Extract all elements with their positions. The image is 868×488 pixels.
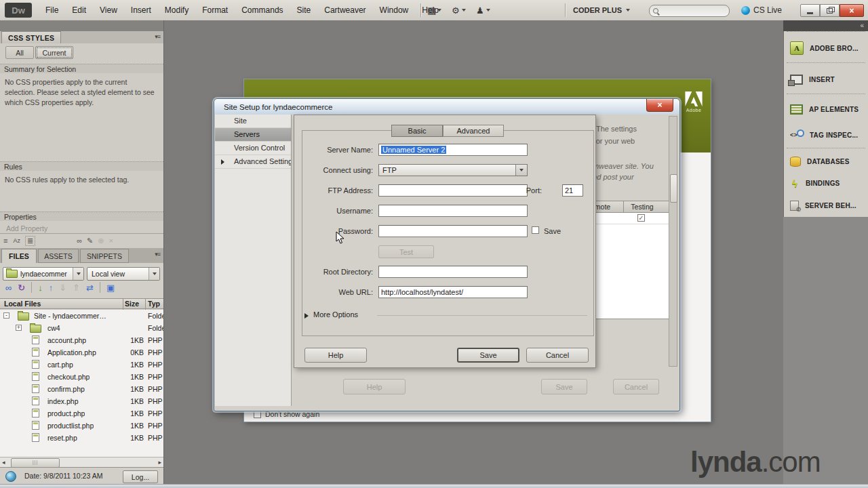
put-files-icon[interactable]: ↑ [49,283,54,293]
menu-file[interactable]: File [39,0,65,20]
file-row[interactable]: confirm.php1KBPHP [0,383,163,395]
help-button[interactable]: Help [304,348,367,363]
web-url-input[interactable]: http://localhost/lyndatest/ [378,286,528,298]
collapse-dock-icon[interactable]: « [860,22,864,29]
menu-edit[interactable]: Edit [65,0,93,20]
horizontal-scrollbar[interactable]: ◂ ||| ▸ [0,457,163,468]
connect-using-select[interactable]: FTP [378,164,528,176]
layout-switcher-icon[interactable]: ▦ [427,0,441,20]
dialog-scrollbar[interactable] [669,116,677,367]
file-row[interactable]: product.php1KBPHP [0,407,163,420]
more-options-toggle[interactable]: More Options [313,310,358,319]
ftp-address-input[interactable] [378,184,528,197]
file-row[interactable]: account.php1KBPHP [0,334,163,346]
server-name-input[interactable]: Unnamed Server 2 [378,144,528,156]
search-input[interactable] [649,5,730,17]
file-row-folder[interactable]: + cw4 Folde [0,322,163,334]
category-servers[interactable]: Servers [215,128,291,142]
panel-menu-icon[interactable]: ▾≡ [155,33,160,40]
panel-button-databases[interactable]: DATABASES [784,150,868,172]
testing-checkbox[interactable]: ✓ [637,214,645,222]
panel-button-insert[interactable]: INSERT [784,65,868,94]
file-row[interactable]: Application.php0KBPHP [0,346,163,359]
css-styles-panel-tab[interactable]: CSS STYLES [1,31,61,43]
menu-format[interactable]: Format [195,0,235,20]
column-type[interactable]: Typ [148,300,160,308]
menu-view[interactable]: View [93,0,124,20]
file-row-site-root[interactable]: - Site - lyndaecommerc... Folde [0,310,163,322]
chevron-down-icon[interactable] [515,165,527,176]
summary-text: No CSS properties apply to the current s… [5,77,158,108]
category-advanced-settings[interactable]: Advanced Settings [215,155,291,169]
panel-button-server-behaviors[interactable]: SERVER BEH... [784,194,868,217]
panel-button-browserlab[interactable]: A ADOBE BRO... [784,34,868,62]
add-property-link[interactable]: Add Property [6,224,47,234]
category-site[interactable]: Site [215,115,291,128]
site-select[interactable]: lyndaecommer [3,267,84,281]
sync-icon[interactable]: ⇄ [86,283,94,293]
dialog-titlebar[interactable]: Site Setup for lyndaecommerce [214,99,679,115]
password-input[interactable] [378,225,528,237]
tab-advanced[interactable]: Advanced [443,125,504,137]
file-row[interactable]: cart.php1KBPHP [0,359,163,371]
file-row[interactable]: index.php1KBPHP [0,395,163,407]
chevron-down-icon[interactable] [149,268,159,280]
server-row[interactable]: ✓ [588,213,671,224]
scroll-left-icon[interactable]: ◂ [2,459,5,466]
menu-cartweaver[interactable]: Cartweaver [317,0,372,20]
scroll-right-icon[interactable]: ▸ [158,459,161,466]
attach-stylesheet-icon[interactable]: ∞ [77,237,82,245]
menu-window[interactable]: Window [373,0,416,20]
chevron-down-icon[interactable] [73,268,83,280]
port-input[interactable]: 21 [562,184,583,197]
username-input[interactable] [378,205,528,217]
menu-insert[interactable]: Insert [124,0,158,20]
panel-button-tag-inspector[interactable]: <> TAG INSPEC... [784,122,868,148]
log-button[interactable]: Log... [123,470,158,483]
workspace-switcher[interactable]: CODER PLUS [573,0,630,20]
connect-icon[interactable]: ∞ [5,283,12,293]
site-user-icon[interactable]: ♟ [476,0,490,20]
menu-site[interactable]: Site [290,0,318,20]
tab-assets[interactable]: ASSETS [38,249,79,263]
column-size[interactable]: Size [125,300,139,308]
column-local-files[interactable]: Local Files [4,300,41,308]
scrollbar-thumb[interactable] [670,174,677,203]
minimize-button[interactable] [800,4,820,17]
scrollbar-thumb[interactable]: ||| [11,458,60,468]
collapse-icon[interactable]: - [3,312,9,319]
file-row[interactable]: reset.php1KBPHP [0,432,163,444]
tab-basic[interactable]: Basic [391,125,443,137]
refresh-icon[interactable]: ↻ [18,283,25,293]
css-tab-all[interactable]: All [5,46,34,59]
menu-commands[interactable]: Commands [235,0,290,20]
cancel-button[interactable]: Cancel [526,348,589,363]
edit-style-icon[interactable]: ✎ [87,237,93,245]
category-version-control[interactable]: Version Control [215,142,291,155]
tab-snippets[interactable]: SNIPPETS [80,249,129,263]
panel-button-ap-elements[interactable]: AP ELEMENTS [784,96,868,122]
expand-panel-icon[interactable]: ▣ [106,283,115,293]
menu-modify[interactable]: Modify [158,0,195,20]
file-row[interactable]: productlist.php1KBPHP [0,420,163,432]
extensions-gear-icon[interactable]: ⚙ [452,0,466,20]
cs-live-button[interactable]: CS Live [741,0,782,20]
close-button[interactable]: × [840,4,864,17]
get-files-icon[interactable]: ↓ [38,283,43,293]
show-list-view-icon[interactable]: ≣ [26,237,35,245]
save-button[interactable]: Save [457,348,519,363]
view-select[interactable]: Local view [87,267,160,281]
css-tab-current[interactable]: Current [35,46,73,59]
expand-icon[interactable]: + [16,325,22,331]
dialog-close-button[interactable]: × [646,99,673,112]
save-password-checkbox[interactable] [532,226,539,234]
root-directory-input[interactable] [378,266,528,278]
show-category-view-icon[interactable]: ≡ [3,237,7,245]
file-row[interactable]: checkout.php1KBPHP [0,371,163,383]
az-sort-view-icon[interactable]: Az [13,237,20,244]
tab-files[interactable]: FILES [1,249,37,263]
restore-button[interactable] [820,4,840,17]
panel-button-bindings[interactable]: ϟ BINDINGS [784,172,868,194]
dont-show-again-checkbox[interactable] [254,411,261,418]
panel-menu-icon[interactable]: ▾≡ [155,251,160,258]
